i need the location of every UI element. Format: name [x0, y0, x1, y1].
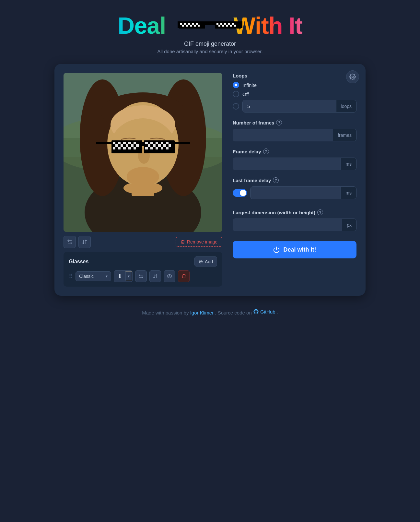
svg-rect-11	[182, 25, 184, 27]
frames-help-icon[interactable]: ?	[276, 120, 282, 125]
drag-handle[interactable]: ⠿	[69, 273, 73, 280]
last-frame-delay-input-group: 1000 ms	[250, 186, 356, 199]
svg-rect-23	[226, 25, 228, 27]
loops-section: Loops Infinite Off	[233, 73, 356, 113]
app-title: Deal	[118, 13, 302, 39]
svg-rect-2	[241, 21, 242, 28]
svg-rect-61	[118, 147, 121, 149]
loops-unit: loops	[336, 100, 356, 112]
loops-infinite-radio[interactable]	[233, 82, 239, 88]
glasses-row: ⠿ Classic ▾ ⬇ ▾	[69, 270, 217, 282]
eye-icon	[167, 274, 172, 279]
plus-circle-icon: ⊕	[199, 258, 203, 265]
row-flip-v-icon	[153, 274, 158, 279]
svg-rect-67	[156, 142, 158, 144]
toggle-visibility-button[interactable]	[164, 270, 175, 282]
svg-rect-66	[150, 142, 153, 144]
svg-rect-60	[113, 147, 115, 149]
frame-delay-help-icon[interactable]: ?	[263, 148, 269, 154]
svg-rect-16	[216, 23, 218, 25]
svg-rect-13	[190, 25, 192, 27]
frame-delay-section: Frame delay ? 100 ms	[233, 148, 356, 170]
largest-dimension-label: Largest dimension (width or height) ?	[233, 209, 356, 215]
github-link[interactable]: GitHub	[260, 309, 275, 314]
power-icon	[273, 246, 280, 253]
loops-custom-radio[interactable]	[233, 103, 239, 110]
app-tagline: All done artisanally and securely in you…	[118, 49, 302, 54]
svg-rect-9	[192, 23, 194, 25]
svg-rect-56	[121, 144, 123, 147]
svg-rect-63	[128, 147, 131, 149]
card-body: Remove image Glasses ⊕ Add ⠿	[64, 73, 356, 287]
download-dropdown-button[interactable]: ▾	[125, 271, 132, 281]
author-link[interactable]: Igor Klimer	[190, 310, 214, 315]
download-button[interactable]: ⬇	[114, 271, 125, 282]
deal-with-it-button[interactable]: Deal with it!	[233, 241, 356, 258]
frame-delay-input-group: 100 ms	[233, 158, 356, 170]
gear-icon	[349, 74, 356, 80]
svg-point-80	[169, 276, 170, 277]
svg-rect-65	[145, 142, 148, 144]
svg-rect-50	[113, 142, 115, 144]
last-frame-toggle-row: 1000 ms	[233, 186, 356, 199]
frame-delay-unit: ms	[341, 158, 356, 170]
frames-label: Number of frames ?	[233, 120, 356, 125]
mona-lisa-image	[64, 73, 222, 232]
glasses-title: Glasses	[69, 259, 88, 265]
frames-input[interactable]: 15	[233, 129, 333, 141]
svg-rect-52	[123, 142, 126, 144]
app-subtitle: GIF emoji generator	[118, 41, 302, 47]
glasses-header: Glasses ⊕ Add	[69, 256, 217, 267]
frame-delay-label: Frame delay ?	[233, 148, 356, 154]
svg-rect-21	[218, 25, 220, 27]
svg-rect-75	[145, 147, 148, 149]
delete-glasses-button[interactable]	[178, 270, 190, 282]
left-panel: Remove image Glasses ⊕ Add ⠿	[64, 73, 222, 287]
trash-row-icon	[181, 274, 186, 279]
title-glasses-icon	[178, 19, 242, 30]
glasses-style-select[interactable]: Classic ▾	[76, 271, 111, 281]
settings-button[interactable]	[346, 70, 359, 83]
loops-off-option[interactable]: Off	[233, 91, 356, 97]
svg-rect-69	[166, 142, 169, 144]
loops-off-radio[interactable]	[233, 91, 239, 97]
svg-rect-6	[180, 23, 182, 25]
svg-rect-44	[132, 180, 154, 196]
flip-vertical-button[interactable]	[78, 236, 91, 248]
largest-dimension-input[interactable]: 160	[233, 219, 342, 231]
loops-infinite-option[interactable]: Infinite	[233, 82, 356, 88]
svg-rect-20	[232, 23, 234, 25]
remove-image-button[interactable]: Remove image	[176, 237, 222, 247]
largest-dimension-help-icon[interactable]: ?	[317, 209, 323, 215]
largest-dimension-section: Largest dimension (width or height) ? 16…	[233, 209, 356, 231]
svg-rect-17	[220, 23, 222, 25]
app-header: Deal	[118, 13, 302, 54]
largest-dimension-input-group: 160 px	[233, 219, 356, 231]
github-icon	[253, 309, 259, 314]
add-glasses-button[interactable]: ⊕ Add	[194, 256, 217, 267]
svg-rect-57	[126, 144, 128, 147]
svg-rect-55	[115, 144, 118, 147]
frame-delay-input[interactable]: 100	[233, 158, 341, 170]
flip-horizontal-button[interactable]	[64, 236, 76, 248]
last-frame-delay-input[interactable]: 1000	[251, 187, 341, 199]
image-preview	[64, 73, 222, 232]
svg-rect-79	[166, 147, 169, 149]
github-link-group: GitHub.	[253, 309, 278, 314]
svg-rect-18	[224, 23, 226, 25]
svg-rect-72	[158, 144, 161, 147]
row-flip-h-button[interactable]	[135, 270, 147, 282]
loops-custom-row: 5 loops	[233, 100, 356, 113]
svg-rect-22	[222, 25, 224, 27]
svg-point-26	[352, 76, 354, 78]
svg-rect-78	[161, 147, 163, 149]
svg-rect-1	[178, 21, 179, 28]
last-frame-toggle[interactable]	[233, 189, 247, 197]
last-frame-delay-help-icon[interactable]: ?	[273, 177, 279, 183]
last-frame-delay-unit: ms	[341, 187, 356, 199]
loops-count-input[interactable]: 5	[243, 100, 336, 112]
loops-label: Loops	[233, 73, 356, 78]
svg-rect-14	[194, 25, 196, 27]
svg-rect-8	[188, 23, 190, 25]
row-flip-v-button[interactable]	[149, 270, 161, 282]
